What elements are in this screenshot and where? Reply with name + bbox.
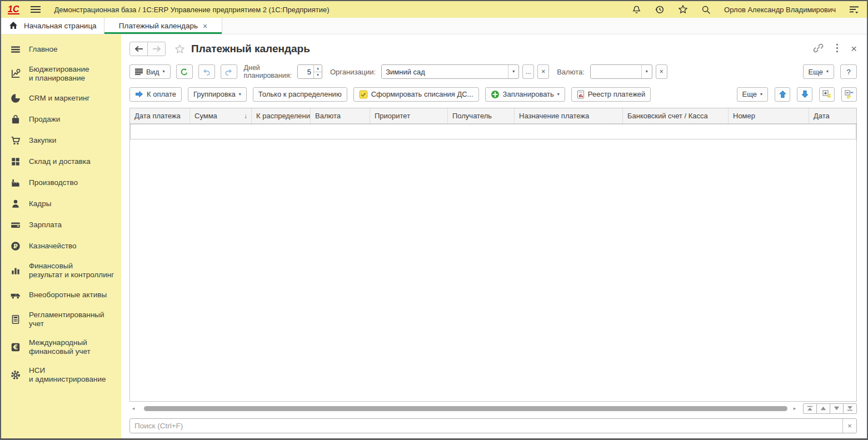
refresh-button[interactable] — [176, 64, 193, 79]
column-bank-account[interactable]: Банковский счет / Касса — [623, 108, 729, 123]
column-payment-purpose[interactable]: Назначение платежа — [515, 108, 623, 123]
chevron-down-icon: ▾ — [760, 92, 762, 97]
grouping-button[interactable]: Группировка ▾ — [188, 87, 247, 102]
organizations-input[interactable] — [382, 65, 508, 78]
column-priority[interactable]: Приоритет — [370, 108, 448, 123]
organizations-clear-button[interactable]: × — [537, 64, 549, 79]
move-up-button[interactable] — [775, 87, 790, 102]
undo-button[interactable] — [198, 64, 215, 79]
collapse-levels-button[interactable] — [841, 87, 857, 102]
action-row: К оплате Группировка ▾ Только к распреде… — [129, 87, 857, 102]
column-amount[interactable]: Сумма↓ — [190, 108, 252, 123]
column-number[interactable]: Номер — [729, 108, 809, 123]
move-down-button[interactable] — [797, 87, 812, 102]
tab-close-icon[interactable]: × — [203, 22, 207, 30]
list-icon — [135, 68, 143, 75]
sidebar-item-sales[interactable]: Продажи — [1, 109, 121, 130]
scrollbar-thumb[interactable] — [144, 406, 787, 411]
finresult-icon — [10, 265, 21, 276]
favorite-star-icon[interactable] — [174, 44, 185, 54]
content-header-actions: × — [813, 43, 857, 55]
tab-home-label: Начальная страница — [24, 22, 97, 30]
service-menu-icon[interactable] — [849, 6, 859, 14]
sidebar-item-purchases[interactable]: Закупки — [1, 130, 121, 151]
scroll-left-icon[interactable]: ◂ — [129, 406, 137, 411]
sidebar-item-salary[interactable]: Зарплата — [1, 214, 121, 236]
search-clear-icon[interactable]: × — [842, 419, 856, 433]
spin-down-icon[interactable]: ▼ — [314, 72, 322, 79]
sidebar-item-production[interactable]: Производство — [1, 172, 121, 193]
sidebar-item-treasury[interactable]: P Казначейство — [1, 236, 121, 257]
organizations-label: Организации: — [330, 68, 376, 76]
menu-icon — [10, 44, 21, 55]
report-document-icon — [577, 90, 585, 99]
to-pay-button[interactable]: К оплате — [129, 87, 182, 102]
expand-levels-button[interactable] — [819, 87, 835, 102]
organizations-choose-button[interactable]: ... — [522, 64, 534, 79]
focused-empty-row[interactable] — [130, 124, 856, 139]
go-first-row-button[interactable] — [803, 403, 817, 414]
organizations-dropdown-icon[interactable]: ▾ — [508, 65, 518, 78]
currency-dropdown-icon[interactable]: ▾ — [641, 65, 652, 78]
currency-input[interactable] — [591, 65, 641, 78]
svg-text:P: P — [13, 243, 18, 249]
sidebar-item-hr[interactable]: Кадры — [1, 193, 121, 214]
schedule-button[interactable]: Запланировать ▾ — [485, 87, 565, 102]
only-distribution-button[interactable]: Только к распределению — [253, 87, 347, 102]
tab-payment-calendar[interactable]: Платежный календарь × — [104, 18, 222, 34]
user-name[interactable]: Орлов Александр Владимирович — [724, 6, 836, 14]
yellow-checkbox-icon — [359, 90, 368, 99]
go-prev-row-button[interactable] — [816, 403, 830, 414]
search-input[interactable] — [130, 419, 842, 433]
more-button-table[interactable]: Еще ▾ — [737, 87, 768, 102]
sidebar-item-finresult[interactable]: Финансовый результат и контроллинг — [1, 257, 121, 284]
currency-clear-button[interactable]: × — [656, 64, 667, 79]
sidebar-item-ifrs[interactable]: € Международный финансовый учет — [1, 333, 121, 361]
kebab-menu-icon[interactable] — [836, 43, 839, 54]
search-icon[interactable] — [701, 5, 711, 14]
table-header: Дата платежа Сумма↓ К распределению Валю… — [130, 108, 856, 124]
table-body[interactable] — [130, 124, 856, 401]
warehouse-icon — [10, 156, 21, 167]
form-writeoffs-button[interactable]: Сформировать списания ДС... — [353, 87, 479, 102]
help-button[interactable]: ? — [840, 64, 857, 79]
filter-row: Вид ▾ Дней планирования: — [129, 63, 857, 80]
spin-up-icon[interactable]: ▲ — [314, 65, 322, 72]
get-link-icon[interactable] — [813, 43, 824, 55]
go-next-row-button[interactable] — [830, 403, 844, 414]
sidebar-item-budgeting[interactable]: Бюджетирование и планирование — [1, 60, 121, 88]
redo-button[interactable] — [221, 64, 237, 79]
column-payment-date[interactable]: Дата платежа — [130, 108, 190, 123]
column-to-distribution[interactable]: К распределению — [252, 108, 311, 123]
logo-1c[interactable]: 1С — [8, 5, 19, 14]
more-button-top[interactable]: Еще ▾ — [803, 64, 834, 79]
sidebar-item-regulated[interactable]: Регламентированный учет — [1, 306, 121, 333]
column-payee[interactable]: Получатель — [448, 108, 515, 123]
scroll-bottom-icon — [847, 406, 853, 411]
notifications-bell-icon[interactable] — [632, 5, 641, 14]
sidebar-item-glavnoe[interactable]: Главное — [1, 39, 121, 60]
forward-button[interactable] — [147, 42, 166, 56]
sidebar-item-warehouse[interactable]: Склад и доставка — [1, 151, 121, 172]
chevron-down-icon: ▾ — [826, 69, 829, 74]
sidebar-item-assets[interactable]: Внеоборотные активы — [1, 284, 121, 306]
back-button[interactable] — [129, 42, 148, 56]
close-form-icon[interactable]: × — [851, 44, 857, 54]
column-currency[interactable]: Валюта — [311, 108, 370, 123]
days-planning-input[interactable] — [298, 65, 313, 78]
sidebar-item-crm[interactable]: CRM и маркетинг — [1, 88, 121, 109]
scrollbar-track[interactable] — [137, 406, 791, 412]
history-icon[interactable] — [655, 4, 665, 14]
favorites-star-icon[interactable] — [678, 4, 688, 14]
main-menu-icon[interactable] — [31, 6, 41, 13]
payment-calendar-panel: Платежный календарь × Вид ▾ — [121, 34, 867, 438]
view-button[interactable]: Вид ▾ — [129, 64, 171, 79]
column-date[interactable]: Дата — [809, 108, 856, 123]
svg-text:€: € — [13, 343, 18, 351]
go-last-row-button[interactable] — [843, 403, 857, 414]
scroll-right-icon[interactable]: ▸ — [791, 406, 799, 411]
tab-home[interactable]: Начальная страница — [1, 18, 104, 34]
main-area: Главное Бюджетирование и планирование CR… — [1, 34, 867, 438]
sidebar-item-admin[interactable]: НСИ и администрирование — [1, 361, 121, 389]
payment-registry-button[interactable]: Реестр платежей — [571, 87, 651, 102]
